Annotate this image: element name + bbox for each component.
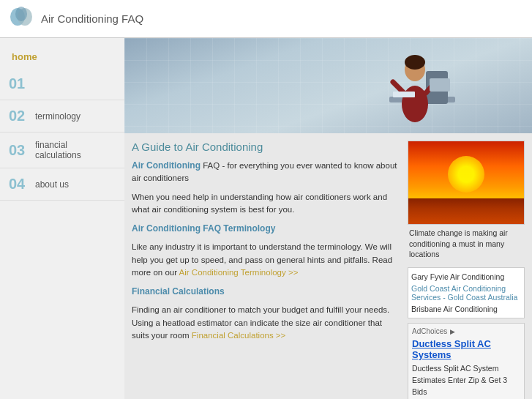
svg-line-8 (393, 82, 404, 93)
svg-rect-10 (393, 92, 415, 97)
ad-header: AdChoices ▶ (412, 327, 520, 335)
financial-link[interactable]: Financial Calculations >> (192, 331, 286, 340)
nav-number-2: 02 (9, 108, 29, 124)
site-title: Air Conditioning FAQ (41, 12, 143, 25)
nav-home[interactable]: home (0, 45, 124, 68)
person-svg (386, 42, 459, 133)
section1-link[interactable]: Air Conditioning (132, 160, 201, 171)
para2-text: Like any industry it is important to und… (132, 241, 400, 279)
link-item-3: Brisbane Air Conditioning (411, 303, 521, 315)
terminology-link[interactable]: Air Conditioning Terminology >> (179, 268, 299, 277)
page-wrapper: Air Conditioning FAQ home 01 02 terminol… (0, 0, 532, 399)
ad-title[interactable]: Ductless Split AC Systems (412, 338, 520, 360)
grid-overlay (124, 38, 532, 133)
site-header: Air Conditioning FAQ (0, 0, 532, 38)
content-row: A Guide to Air Conditioning Air Conditio… (124, 133, 532, 399)
nav-label-4: about us (35, 179, 69, 190)
link-item-1: Gary Fyvie Air Conditioning (411, 271, 521, 283)
sidebar-item-home[interactable]: 01 (0, 68, 124, 100)
article-heading: A Guide to Air Conditioning (132, 141, 400, 153)
svg-point-2 (15, 7, 27, 21)
home-link[interactable]: home (12, 51, 37, 62)
svg-rect-11 (430, 78, 450, 92)
sidebar-right: Climate change is making air conditionin… (408, 141, 525, 399)
ad-body: Ductless Split AC System Estimates Enter… (412, 363, 520, 398)
main-content: A Guide to Air Conditioning Air Conditio… (124, 38, 532, 399)
section3-header: Financial Calculations (132, 285, 400, 298)
nav-number-1: 01 (9, 75, 29, 92)
section2-link[interactable]: Air Conditioning FAQ Terminology (132, 223, 275, 234)
ad-choices-label: AdChoices (412, 327, 447, 335)
logo-icon (9, 7, 34, 31)
nav-label-2: terminology (35, 111, 80, 122)
section2-header: Air Conditioning FAQ Terminology (132, 222, 400, 235)
nav-number-3: 03 (9, 142, 29, 159)
section3-link[interactable]: Financial Calculations (132, 286, 225, 297)
ad-box: AdChoices ▶ Ductless Split AC Systems Du… (408, 323, 525, 399)
banner (124, 38, 532, 133)
para1-text: When you need help in understanding how … (132, 191, 400, 217)
para3-text: Finding an air conditioner to match your… (132, 304, 400, 342)
sidebar-item-terminology[interactable]: 02 terminology (0, 100, 124, 133)
sunset-horizon (408, 198, 524, 224)
article: A Guide to Air Conditioning Air Conditio… (132, 141, 400, 399)
sidebar-item-about[interactable]: 04 about us (0, 168, 124, 201)
sunset-image (408, 141, 525, 225)
image-caption: Climate change is making air conditionin… (408, 225, 525, 263)
intro-paragraph: Air Conditioning FAQ - for everything yo… (132, 159, 400, 185)
page-layout: home 01 02 terminology 03 financialcalcu… (0, 38, 532, 399)
links-box: Gary Fyvie Air Conditioning Gold Coast A… (408, 267, 525, 318)
nav-number-4: 04 (9, 176, 29, 193)
sun-circle (448, 156, 484, 193)
link-item-2[interactable]: Gold Coast Air Conditioning Services - G… (411, 283, 521, 303)
ad-choices-icon: ▶ (450, 328, 455, 335)
nav-label-3: financialcalculations (35, 140, 81, 160)
sidebar-item-financial[interactable]: 03 financialcalculations (0, 133, 124, 168)
sidebar-nav: home 01 02 terminology 03 financialcalcu… (0, 38, 124, 399)
banner-figure (386, 42, 459, 133)
svg-point-7 (405, 55, 425, 70)
